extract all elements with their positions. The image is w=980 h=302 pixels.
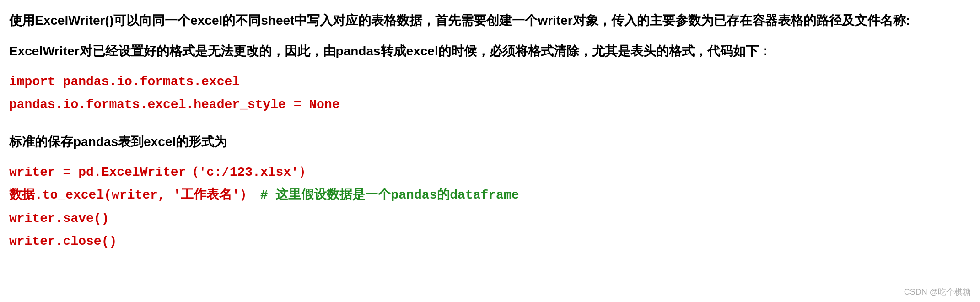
code-header-style-text: pandas.io.formats.excel.header_style = N… xyxy=(9,97,340,112)
watermark: CSDN @吃个棋糖 xyxy=(904,286,971,297)
paragraph-3-text: 标准的保存pandas表到excel的形式为 xyxy=(9,135,227,149)
code-line-import: import pandas.io.formats.excel xyxy=(9,70,966,93)
main-content: 使用ExcelWriter()可以向同一个excel的不同sheet中写入对应的… xyxy=(9,9,966,253)
paragraph-2-text: ExcelWriter对已经设置好的格式是无法更改的，因此，由pandas转成e… xyxy=(9,44,771,58)
paragraph-3: 标准的保存pandas表到excel的形式为 xyxy=(9,130,966,153)
spacer xyxy=(9,119,966,130)
paragraph-1: 使用ExcelWriter()可以向同一个excel的不同sheet中写入对应的… xyxy=(9,9,966,32)
code-close-text: writer.close() xyxy=(9,234,117,248)
code-import-text: import pandas.io.formats.excel xyxy=(9,75,240,89)
paragraph-2: ExcelWriter对已经设置好的格式是无法更改的，因此，由pandas转成e… xyxy=(9,40,966,62)
code-line-to-excel: 数据.to_excel(writer, '工作表名'） # 这里假设数据是一个p… xyxy=(9,184,966,207)
code-writer-text: writer = pd.ExcelWriter（'c:/123.xlsx'） xyxy=(9,165,312,179)
code-to-excel-text: 数据.to_excel(writer, '工作表名'） xyxy=(9,188,253,202)
code-to-excel-comment: # 这里假设数据是一个pandas的dataframe xyxy=(253,188,519,202)
paragraph-1-text: 使用ExcelWriter()可以向同一个excel的不同sheet中写入对应的… xyxy=(9,13,910,27)
code-line-close: writer.close() xyxy=(9,230,966,253)
code-line-writer: writer = pd.ExcelWriter（'c:/123.xlsx'） xyxy=(9,161,966,184)
code-block-2: writer = pd.ExcelWriter（'c:/123.xlsx'） 数… xyxy=(9,161,966,253)
code-line-save: writer.save() xyxy=(9,207,966,230)
code-save-text: writer.save() xyxy=(9,211,109,226)
code-block-1: import pandas.io.formats.excel pandas.io… xyxy=(9,70,966,117)
code-line-header-style: pandas.io.formats.excel.header_style = N… xyxy=(9,93,966,116)
